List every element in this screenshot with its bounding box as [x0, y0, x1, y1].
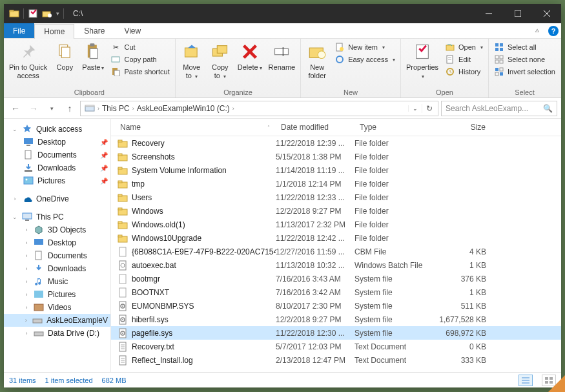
- file-row[interactable]: autoexec.bat11/13/2018 10:32 ...Windows …: [111, 258, 561, 272]
- column-header-size[interactable]: Size: [433, 119, 491, 136]
- search-input[interactable]: Search AskLeoExamp... 🔍: [441, 101, 557, 116]
- file-name: EUMONBMP.SYS: [132, 302, 194, 311]
- nav-documents2[interactable]: ›Documents: [4, 249, 110, 262]
- star-icon: [22, 124, 32, 134]
- recent-locations-button[interactable]: ▾: [44, 101, 59, 116]
- history-button[interactable]: History: [442, 66, 486, 77]
- help-button[interactable]: ?: [546, 23, 561, 38]
- breadcrumb-thispc[interactable]: This PC: [99, 104, 132, 113]
- address-bar-row: ← → ▾ ↑ › This PC › AskLeoExampleWin10 (…: [4, 98, 561, 119]
- nav-pictures[interactable]: Pictures📌: [4, 174, 110, 187]
- nav-music[interactable]: ›Music: [4, 275, 110, 288]
- nav-ddrive[interactable]: ›Data Drive (D:): [4, 327, 110, 340]
- new-folder-button[interactable]: New folder: [303, 40, 331, 81]
- address-dropdown-button[interactable]: ⌄: [408, 105, 422, 112]
- new-item-button[interactable]: New item▾: [332, 41, 398, 53]
- file-tab[interactable]: File: [4, 23, 34, 38]
- file-row[interactable]: pagefile.sys11/22/2018 12:30 ...System f…: [111, 326, 561, 340]
- nav-downloads[interactable]: Downloads📌: [4, 161, 110, 174]
- sys-icon: [118, 328, 128, 338]
- edit-button[interactable]: Edit: [442, 54, 486, 65]
- file-date: 12/2/2018 9:27 PM: [276, 207, 354, 216]
- text-icon: [118, 342, 128, 352]
- file-row[interactable]: System Volume Information11/14/2018 11:1…: [111, 163, 561, 177]
- explorer-window: ▾ C:\ File Home Share View ㅿ ? Pin to Qu…: [4, 4, 561, 387]
- minimize-button[interactable]: [474, 4, 503, 23]
- delete-button[interactable]: Delete▾: [235, 40, 265, 73]
- select-none-button[interactable]: Select none: [491, 54, 558, 65]
- svg-rect-48: [85, 105, 94, 107]
- svg-rect-49: [24, 138, 33, 144]
- nav-pictures2[interactable]: ›Pictures: [4, 288, 110, 301]
- nav-quickaccess[interactable]: ⌄Quick access: [4, 123, 110, 136]
- file-row[interactable]: Windows10Upgrade11/22/2018 12:42 ...File…: [111, 231, 561, 245]
- file-list[interactable]: Recovery11/22/2018 12:39 ...File folderS…: [111, 136, 561, 372]
- file-row[interactable]: EUMONBMP.SYS8/10/2017 2:30 PMSystem file…: [111, 299, 561, 313]
- desktop-icon: [34, 238, 44, 248]
- open-button[interactable]: Open▾: [442, 41, 486, 53]
- file-row[interactable]: Users11/22/2018 12:33 ...File folder: [111, 191, 561, 204]
- refresh-button[interactable]: ↻: [422, 104, 437, 113]
- file-date: 12/27/2016 11:59 ...: [276, 247, 354, 256]
- nav-3dobjects[interactable]: ›3D Objects: [4, 223, 110, 236]
- minimize-ribbon-button[interactable]: ㅿ: [529, 23, 546, 38]
- rename-button[interactable]: Rename: [266, 40, 298, 73]
- file-row[interactable]: Recovery.txt5/7/2017 12:03 PMText Docume…: [111, 340, 561, 353]
- close-button[interactable]: [532, 4, 561, 23]
- breadcrumb-drive[interactable]: AskLeoExampleWin10 (C:): [134, 104, 232, 113]
- file-row[interactable]: {6B088C1A-E9E7-47F9-B222-020AC7154B...12…: [111, 245, 561, 258]
- paste-button[interactable]: Paste▾: [79, 40, 107, 73]
- folder-icon: [118, 179, 128, 189]
- up-button[interactable]: ↑: [62, 101, 77, 116]
- address-bar[interactable]: › This PC › AskLeoExampleWin10 (C:) › ⌄ …: [80, 101, 438, 116]
- file-row[interactable]: Windows12/2/2018 9:27 PMFile folder: [111, 204, 561, 218]
- column-header-type[interactable]: Type: [354, 119, 433, 136]
- nav-downloads2[interactable]: ›Downloads: [4, 262, 110, 275]
- share-tab[interactable]: Share: [74, 23, 114, 38]
- nav-desktop[interactable]: Desktop📌: [4, 136, 110, 149]
- paste-shortcut-button[interactable]: Paste shortcut: [108, 66, 172, 77]
- nav-videos[interactable]: ›Videos: [4, 301, 110, 314]
- nav-cdrive[interactable]: ›AskLeoExampleV: [4, 314, 110, 327]
- pin-quick-access-button[interactable]: Pin to Quick access: [6, 40, 50, 81]
- nav-onedrive[interactable]: ›OneDrive: [4, 192, 110, 205]
- view-tab[interactable]: View: [114, 23, 150, 38]
- folder-icon: [118, 165, 128, 176]
- easy-access-button[interactable]: Easy access▾: [332, 54, 398, 65]
- svg-point-25: [318, 51, 325, 59]
- move-to-button[interactable]: Move to ▾: [178, 40, 205, 81]
- maximize-button[interactable]: [503, 4, 532, 23]
- file-type: File folder: [354, 234, 433, 243]
- file-row[interactable]: Reflect_Install.log2/13/2018 12:47 PMTex…: [111, 353, 561, 367]
- file-row[interactable]: BOOTNXT7/16/2016 3:42 AMSystem file1 KB: [111, 285, 561, 299]
- file-row[interactable]: hiberfil.sys12/2/2018 9:27 PMSystem file…: [111, 313, 561, 326]
- downloads-icon: [34, 263, 44, 274]
- cut-button[interactable]: ✂Cut: [108, 41, 172, 53]
- properties-button[interactable]: Properties▾: [404, 40, 441, 81]
- copy-button[interactable]: Copy: [51, 40, 78, 73]
- home-tab[interactable]: Home: [34, 24, 74, 39]
- copy-path-button[interactable]: Copy path: [108, 54, 172, 65]
- back-button[interactable]: ←: [8, 101, 23, 116]
- file-row[interactable]: bootmgr7/16/2016 3:43 AMSystem file376 K…: [111, 272, 561, 285]
- file-row[interactable]: Screenshots5/15/2018 1:38 PMFile folder: [111, 150, 561, 163]
- newfolder-qat-icon[interactable]: [42, 8, 52, 19]
- file-name: Windows: [132, 207, 163, 216]
- svg-rect-76: [118, 222, 122, 223]
- select-all-button[interactable]: Select all: [491, 41, 558, 53]
- column-header-date[interactable]: Date modified: [276, 119, 354, 136]
- file-row[interactable]: Windows.old(1)11/13/2017 2:32 PMFile fol…: [111, 218, 561, 231]
- nav-thispc[interactable]: ⌄This PC: [4, 211, 110, 223]
- drive-icon: [85, 103, 95, 114]
- nav-desktop2[interactable]: ›Desktop: [4, 236, 110, 249]
- forward-button[interactable]: →: [26, 101, 41, 116]
- file-type: Text Document: [354, 356, 433, 365]
- file-row[interactable]: Recovery11/22/2018 12:39 ...File folder: [111, 136, 561, 150]
- file-row[interactable]: tmp1/1/2018 12:14 PMFile folder: [111, 177, 561, 191]
- properties-qat-icon[interactable]: [28, 8, 38, 19]
- copy-to-button[interactable]: Copy to ▾: [207, 40, 234, 81]
- details-view-button[interactable]: [519, 375, 533, 386]
- column-header-name[interactable]: Name˄: [111, 119, 276, 136]
- invert-selection-button[interactable]: Invert selection: [491, 66, 558, 77]
- nav-documents[interactable]: Documents📌: [4, 149, 110, 161]
